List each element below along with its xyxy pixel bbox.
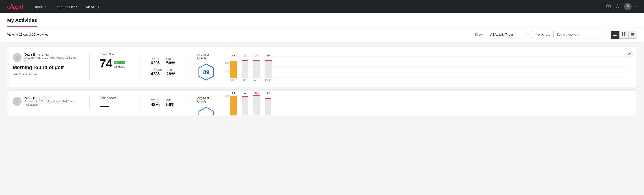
activity-type-select[interactable]: All Activity Types [487,31,532,38]
nav-icons: ▾ [606,3,637,10]
app-bar-label-2: 93 [244,92,246,94]
stat-fw-hit-label: FW Hit [150,57,162,60]
view-grid-button[interactable] [620,30,628,38]
ott-x-label: OTT [231,79,236,82]
view-compact-button[interactable] [628,30,637,38]
hex-score: 89 [203,69,210,76]
svg-rect-5 [613,34,616,34]
activity-card: Dave Billingham December 05, 2021 - Gog … [7,47,637,87]
navbar: clippd Teams ▾ Performance ▾ Activities [0,0,644,14]
card-divider-2 [140,52,141,82]
card-user-2: Dave Billingham October 16, 2021 - Gog M… [13,96,79,106]
hexagon-container: 89 [197,63,215,81]
view-list-button[interactable] [610,30,619,38]
add-icon [606,4,611,10]
page-header: My Activities [0,14,644,27]
svg-rect-13 [631,34,634,35]
arg-bar [254,60,260,78]
svg-rect-12 [631,34,634,34]
hexagon-icon-2 [197,106,215,115]
score-badge: +4 [114,61,125,64]
nav-activities-label: Activities [86,5,99,9]
user-details: Dave Billingham December 05, 2021 - Gog … [24,52,79,62]
stat-fw-hit-2: FW Hit 43% [150,99,162,107]
viewing-count: 12 [19,33,22,36]
card-divider-6 [187,96,188,110]
compact-icon [631,32,634,36]
card-divider-1 [90,52,90,82]
app-x-label: APP [242,79,248,82]
y-axis-50: 50 [225,70,229,73]
svg-rect-11 [631,32,634,33]
holes-text: 18 Holes [114,65,125,68]
user-avatar-icon [626,4,630,10]
arg-bar-label: 89 [255,54,258,57]
putt-bar-2 [265,98,271,115]
svg-rect-7 [622,32,624,34]
data-source: Data Source: Arccos [13,73,79,76]
nav-activities[interactable]: Activities [85,0,100,13]
avatar-2 [13,97,22,106]
stat-gir-value-2: 56% [166,102,178,107]
card-stats: FW Hit 62% GIR 50% Up/Down 43% 1 Putt 28… [146,52,182,82]
ott-bar-label-2: 94 [232,92,235,94]
bar-chart: 100 50 0 85 OTT [220,52,631,82]
stat-gir: GIR 50% [166,57,178,66]
stat-gir-value: 50% [166,60,178,66]
y-axis-0: 0 [225,79,229,82]
svg-point-18 [16,100,18,102]
svg-rect-14 [631,35,634,36]
card-user-info: Dave Billingham December 05, 2021 - Gog … [13,52,84,82]
add-button[interactable] [606,4,611,10]
hexagon-container-2 [197,106,215,110]
svg-point-16 [16,56,18,58]
arg-x-label: ARG [254,79,259,82]
putt-bar [265,60,272,78]
nav-teams-label: Teams [34,5,44,9]
svg-rect-10 [624,34,626,36]
page-title: My Activities [7,14,37,27]
svg-marker-19 [199,107,214,115]
search-input[interactable] [554,31,607,38]
keywords-label: Keywords: [535,33,550,36]
round-score-badge-container: +4 18 Holes [114,61,125,69]
user-date-2: October 16, 2021 - Gog Magog Golf Club -… [24,100,79,106]
app-bar-label: 90 [244,54,246,57]
pencil-icon [628,52,631,56]
stat-1putt: 1 Putt 28% [166,68,178,76]
card-user-info-2: Dave Billingham October 16, 2021 - Gog M… [13,96,84,110]
y-axis-100-2: 100 [225,95,229,98]
app-bar [242,60,248,78]
app-bar-2 [242,96,248,115]
arg-bar-label-2: 106 [254,92,259,94]
round-score-label: Round Score [100,52,131,56]
stat-fw-hit-value-2: 43% [150,102,162,107]
stat-updown-label: Up/Down [150,68,162,72]
show-label: Show: [475,33,484,36]
stat-fw-hit: FW Hit 62% [150,57,162,66]
avg-shot-quality-label: Avg Shot Quality [197,53,215,60]
user-dropdown-chevron[interactable]: ▾ [636,5,637,8]
avatar [13,53,22,62]
logo: clippd [7,3,23,10]
stat-gir-label-2: GIR [166,99,178,102]
stat-updown-value: 43% [150,72,162,76]
nav-performance[interactable]: Performance ▾ [55,0,78,13]
viewing-total: 29 [32,33,36,36]
user-name: Dave Billingham [24,52,79,56]
grid-icon [622,32,626,37]
putt-bar-label-2: 87 [267,92,270,94]
user-details-2: Dave Billingham October 16, 2021 - Gog M… [24,96,79,106]
stat-fw-hit-label-2: FW Hit [150,99,162,102]
ott-bar [230,61,236,78]
svg-point-3 [627,5,628,6]
user-avatar-button[interactable] [624,3,632,10]
stat-1putt-label: 1 Putt [166,68,178,72]
nav-performance-label: Performance [56,5,75,9]
card-divider-3 [187,52,188,82]
viewing-text: Viewing 12 out of 29 Activities [7,33,471,36]
ott-bar-2 [230,96,236,115]
card-divider-5 [140,96,141,110]
refresh-button[interactable] [615,4,620,10]
nav-teams[interactable]: Teams ▾ [34,0,48,13]
